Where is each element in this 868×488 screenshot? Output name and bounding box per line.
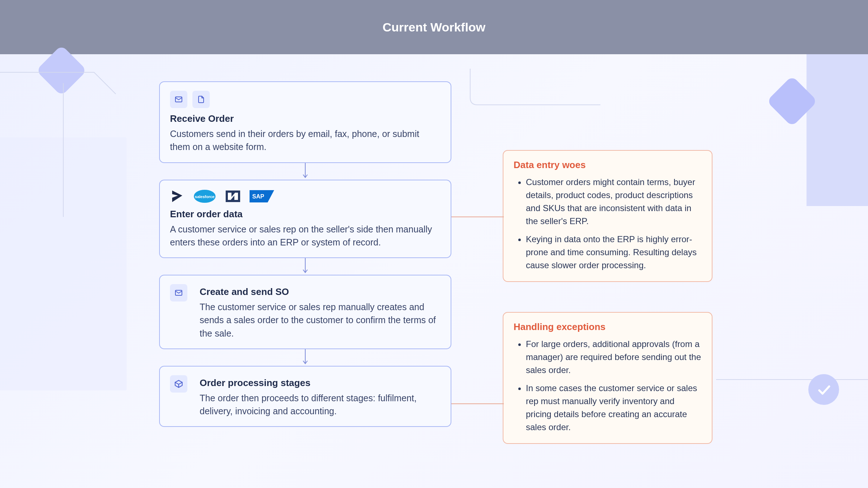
erp-logos-row: salesforce SAP (170, 189, 441, 204)
svg-text:SAP: SAP (252, 193, 264, 200)
card-desc: Customers send in their orders by email,… (170, 127, 441, 154)
callout-bullet: In some cases the customer service or sa… (526, 382, 702, 434)
sap-logo: SAP (250, 189, 274, 204)
workflow-card-order-processing: Order processing stages The order then p… (159, 366, 451, 427)
canvas: Receive Order Customers send in their or… (0, 54, 868, 488)
dynamics-logo (170, 189, 184, 204)
arrow-down (159, 163, 451, 180)
callout-title: Data entry woes (514, 159, 702, 171)
salesforce-logo: salesforce (193, 189, 216, 204)
connector-line (451, 400, 504, 407)
mail-icon (170, 91, 187, 108)
workflow-card-create-send-so: Create and send SO The customer service … (159, 275, 451, 349)
page-title: Current Workflow (383, 20, 486, 34)
card-desc: A customer service or sales rep on the s… (170, 223, 441, 249)
card-title: Receive Order (170, 113, 441, 124)
box-icon (170, 375, 187, 393)
card-desc: The customer service or sales rep manual… (200, 300, 441, 340)
document-icon (192, 91, 210, 108)
workflow-card-receive-order: Receive Order Customers send in their or… (159, 81, 451, 163)
netsuite-logo (225, 189, 241, 204)
callout-bullet: Customer orders might contain terms, buy… (526, 176, 702, 228)
card-title: Order processing stages (200, 377, 441, 389)
svg-text:salesforce: salesforce (195, 194, 214, 199)
arrow-down (159, 258, 451, 275)
arrow-down (159, 349, 451, 366)
header-bar: Current Workflow (0, 0, 868, 54)
callout-handling-exceptions: Handling exceptions For large orders, ad… (503, 312, 712, 444)
callout-bullets: Customer orders might contain terms, buy… (514, 176, 702, 272)
callout-data-entry-woes: Data entry woes Customer orders might co… (503, 150, 712, 282)
callout-title: Handling exceptions (514, 321, 702, 333)
mail-icon (170, 284, 187, 301)
card-desc: The order then proceeds to different sta… (200, 391, 441, 418)
callout-bullet: Keying in data onto the ERP is highly er… (526, 233, 702, 272)
connector-line (451, 213, 504, 221)
callout-bullets: For large orders, additional approvals (… (514, 338, 702, 434)
callout-bullet: For large orders, additional approvals (… (526, 338, 702, 377)
workflow-card-enter-order-data: salesforce SAP Enter order data A custom… (159, 180, 451, 258)
workflow-column: Receive Order Customers send in their or… (159, 81, 451, 427)
card-title: Enter order data (170, 209, 441, 220)
card-title: Create and send SO (200, 286, 441, 297)
